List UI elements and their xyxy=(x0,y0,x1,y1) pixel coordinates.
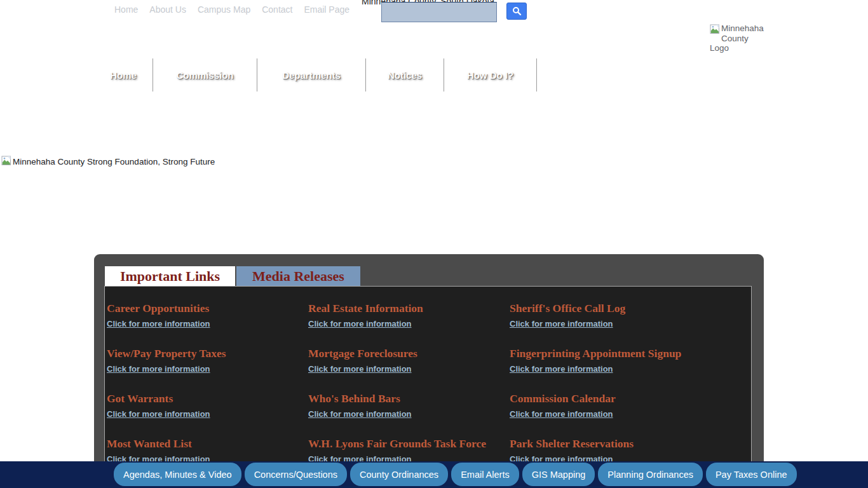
search-button[interactable] xyxy=(506,3,527,20)
main-nav-item[interactable]: Home xyxy=(94,58,153,92)
more-info-link[interactable]: Click for more information xyxy=(308,409,412,419)
county-logo-broken-image: Minnehaha County Logo xyxy=(710,24,767,53)
link-item-title: View/Pay Property Taxes xyxy=(107,347,308,360)
page: HomeAbout UsCampus MapContactEmail Page … xyxy=(0,0,868,488)
link-item: Who's Behind Bars Click for more informa… xyxy=(308,392,510,437)
broken-image-icon xyxy=(710,24,720,37)
main-nav: HomeCommissionDepartmentsNoticesHow Do I… xyxy=(94,58,537,92)
more-info-link[interactable]: Click for more information xyxy=(107,319,210,329)
quick-links-buttons: Agendas, Minutes & VideoConcerns/Questio… xyxy=(0,461,868,486)
link-item-title: Who's Behind Bars xyxy=(308,392,510,405)
important-links-panel: Career Opportunities Click for more info… xyxy=(104,286,752,470)
link-item-title: W.H. Lyons Fair Grounds Task Force xyxy=(308,437,510,451)
more-info-link[interactable]: Click for more information xyxy=(308,364,412,374)
link-item: Mortgage Foreclosures Click for more inf… xyxy=(308,347,510,392)
main-nav-item[interactable]: Notices xyxy=(366,58,444,92)
main-nav-item[interactable]: Commission xyxy=(153,58,257,92)
quick-link-button[interactable]: Email Alerts xyxy=(451,463,519,486)
more-info-link[interactable]: Click for more information xyxy=(510,319,613,329)
link-item: Got Warrants Click for more information xyxy=(107,392,308,437)
main-nav-item[interactable]: How Do I? xyxy=(444,58,537,92)
utility-nav-link[interactable]: Contact xyxy=(262,4,292,15)
link-item-title: Sheriff's Office Call Log xyxy=(510,302,751,315)
hero-banner-alt-text: Minnehaha County Strong Foundation, Stro… xyxy=(13,157,215,166)
quick-link-button[interactable]: GIS Mapping xyxy=(522,463,595,486)
link-item: Career Opportunities Click for more info… xyxy=(107,302,308,347)
more-info-link[interactable]: Click for more information xyxy=(107,364,210,374)
link-item-title: Real Estate Information xyxy=(308,302,510,315)
link-item: Fingerprinting Appointment Signup Click … xyxy=(510,347,751,392)
link-item-title: Mortgage Foreclosures xyxy=(308,347,510,360)
link-item: Sheriff's Office Call Log Click for more… xyxy=(510,302,751,347)
quick-links-bar: Agendas, Minutes & VideoConcerns/Questio… xyxy=(0,461,868,488)
link-item-title: Commission Calendar xyxy=(510,392,751,405)
utility-nav: HomeAbout UsCampus MapContactEmail Page xyxy=(114,4,349,15)
search-input[interactable] xyxy=(381,2,497,22)
link-item-title: Park Shelter Reservations xyxy=(510,437,751,451)
tab-important-links[interactable]: Important Links xyxy=(105,266,235,286)
link-item: View/Pay Property Taxes Click for more i… xyxy=(107,347,308,392)
link-item-title: Most Wanted List xyxy=(107,437,308,451)
quick-link-button[interactable]: Planning Ordinances xyxy=(598,463,703,486)
quick-link-button[interactable]: County Ordinances xyxy=(350,463,448,486)
link-item-title: Career Opportunities xyxy=(107,302,308,315)
utility-nav-link[interactable]: Campus Map xyxy=(198,4,250,15)
more-info-link[interactable]: Click for more information xyxy=(308,319,412,329)
more-info-link[interactable]: Click for more information xyxy=(510,364,613,374)
search-icon xyxy=(512,6,522,16)
more-info-link[interactable]: Click for more information xyxy=(107,409,210,419)
tab-bar: Important Links Media Releases xyxy=(105,266,360,286)
utility-nav-link[interactable]: Email Page xyxy=(304,4,349,15)
more-info-link[interactable]: Click for more information xyxy=(510,409,613,419)
link-item: Commission Calendar Click for more infor… xyxy=(510,392,751,437)
utility-nav-link[interactable]: About Us xyxy=(149,4,186,15)
quick-link-button[interactable]: Agendas, Minutes & Video xyxy=(114,463,241,486)
links-widget: Important Links Media Releases Career Op… xyxy=(94,254,764,488)
quick-link-button[interactable]: Pay Taxes Online xyxy=(706,463,797,486)
broken-image-icon xyxy=(1,156,11,168)
utility-nav-link[interactable]: Home xyxy=(114,4,138,15)
main-nav-item[interactable]: Departments xyxy=(257,58,366,92)
quick-link-button[interactable]: Concerns/Questions xyxy=(245,463,347,486)
link-item: Real Estate Information Click for more i… xyxy=(308,302,510,347)
link-item-title: Got Warrants xyxy=(107,392,308,405)
tab-media-releases[interactable]: Media Releases xyxy=(236,266,360,286)
link-item-title: Fingerprinting Appointment Signup xyxy=(510,347,751,360)
links-grid: Career Opportunities Click for more info… xyxy=(105,287,751,470)
hero-banner-broken-image: Minnehaha County Strong Foundation, Stro… xyxy=(1,156,215,168)
